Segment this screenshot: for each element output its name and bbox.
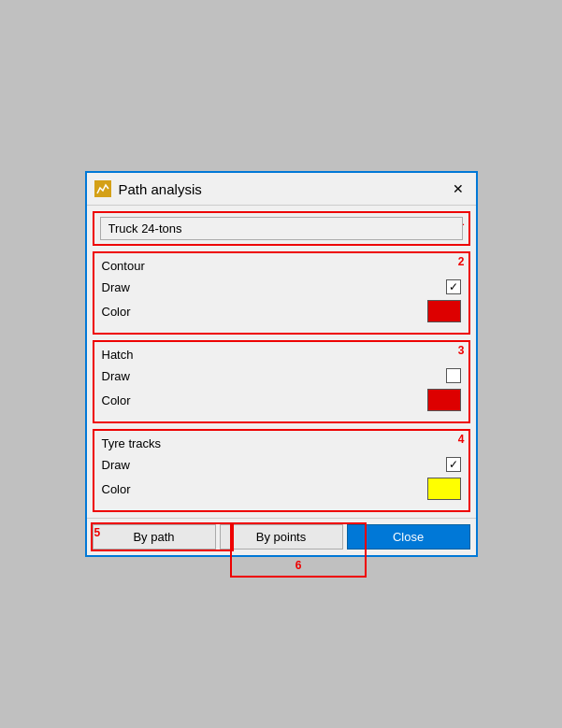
tyre-draw-row: Draw <box>102 454 461 475</box>
contour-color-label: Color <box>102 305 131 319</box>
tyre-color-label: Color <box>102 482 131 496</box>
path-analysis-dialog: Path analysis ✕ 1 Truck 24-tons Car Bus … <box>85 171 478 557</box>
close-icon-button[interactable]: ✕ <box>448 178 468 199</box>
title-bar: Path analysis ✕ <box>87 173 476 206</box>
vehicle-dropdown[interactable]: Truck 24-tons Car Bus Motorcycle <box>100 217 463 240</box>
contour-draw-checkbox[interactable] <box>446 279 461 294</box>
by-path-button[interactable]: By path <box>93 524 216 550</box>
hatch-color-label: Color <box>102 393 131 407</box>
tyre-color-row: Color <box>102 475 461 503</box>
by-points-button[interactable]: By points <box>220 524 343 550</box>
section-2-contour: 2 Contour Draw Color <box>93 251 470 335</box>
app-icon <box>94 180 111 197</box>
tyre-draw-checkbox[interactable] <box>446 457 461 472</box>
contour-color-row: Color <box>102 297 461 325</box>
dropdown-row: Truck 24-tons Car Bus Motorcycle <box>94 213 468 244</box>
badge-2: 2 <box>458 255 465 268</box>
section-3-hatch: 3 Hatch Draw Color <box>93 340 470 423</box>
contour-draw-label: Draw <box>102 280 130 294</box>
buttons-area: 5 By path 6 By points Close <box>87 518 476 555</box>
section-4-tyre-tracks: 4 Tyre tracks Draw Color <box>93 429 470 512</box>
hatch-draw-label: Draw <box>102 369 130 383</box>
badge-3: 3 <box>458 344 465 357</box>
contour-color-swatch[interactable] <box>427 300 461 322</box>
hatch-draw-checkbox[interactable] <box>446 368 461 383</box>
tyre-draw-label: Draw <box>102 458 130 472</box>
dialog-title: Path analysis <box>119 181 440 197</box>
section-1-dropdown: 1 Truck 24-tons Car Bus Motorcycle <box>93 211 470 246</box>
close-button[interactable]: Close <box>347 524 470 550</box>
hatch-color-swatch[interactable] <box>427 389 461 411</box>
hatch-label: Hatch <box>102 348 461 362</box>
badge-4: 4 <box>458 433 465 446</box>
tyre-tracks-label: Tyre tracks <box>102 436 461 450</box>
hatch-draw-row: Draw <box>102 365 461 386</box>
contour-label: Contour <box>102 259 461 273</box>
tyre-color-swatch[interactable] <box>427 478 461 500</box>
badge-6: 6 <box>295 559 302 572</box>
contour-draw-row: Draw <box>102 277 461 297</box>
hatch-color-row: Color <box>102 386 461 414</box>
